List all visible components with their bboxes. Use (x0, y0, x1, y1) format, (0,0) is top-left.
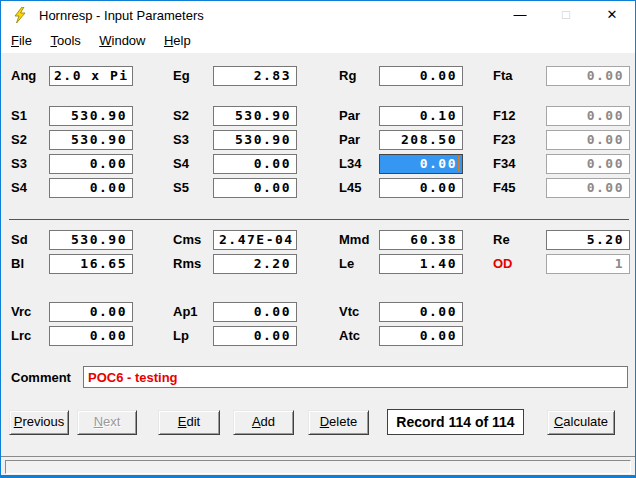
label-par12: Par (339, 106, 360, 126)
text-caret (458, 156, 460, 172)
field-f23: 0.00 (546, 130, 630, 150)
hornresp-window: Hornresp - Input Parameters — □ ✕ File T… (0, 0, 636, 478)
menu-bar: File Tools Window Help (1, 29, 635, 53)
field-s1[interactable]: 530.90 (49, 106, 133, 126)
label-f34: F34 (493, 154, 515, 174)
label-bl: Bl (11, 254, 24, 274)
label-f23: F23 (493, 130, 515, 150)
field-s5[interactable]: 0.00 (213, 178, 297, 198)
label-sd: Sd (11, 230, 28, 250)
comment-field[interactable]: POC6 - testing (83, 366, 628, 388)
lightning-icon (12, 7, 28, 23)
field-fta: 0.00 (546, 66, 630, 86)
label-fta: Fta (493, 66, 513, 86)
menu-file[interactable]: File (4, 29, 39, 53)
status-panel (5, 460, 631, 474)
title-bar: Hornresp - Input Parameters — □ ✕ (1, 1, 635, 29)
label-s2b: S2 (173, 106, 189, 126)
field-l34-value: 0.00 (420, 156, 457, 171)
field-rms[interactable]: 2.20 (213, 254, 297, 274)
label-l34: L34 (339, 154, 361, 174)
field-s4[interactable]: 0.00 (49, 178, 133, 198)
label-od: OD (493, 254, 513, 274)
menu-help[interactable]: Help (157, 29, 198, 53)
label-re: Re (493, 230, 510, 250)
field-s3b[interactable]: 530.90 (213, 130, 297, 150)
record-indicator: Record 114 of 114 (387, 409, 524, 435)
edit-button[interactable]: Edit (158, 410, 220, 435)
field-mmd[interactable]: 60.38 (379, 230, 463, 250)
field-s2b[interactable]: 530.90 (213, 106, 297, 126)
label-ap1: Ap1 (173, 302, 198, 322)
label-le: Le (339, 254, 354, 274)
label-ang: Ang (11, 66, 36, 86)
section-divider (9, 219, 629, 220)
menu-window[interactable]: Window (92, 29, 152, 53)
field-atc[interactable]: 0.00 (379, 326, 463, 346)
label-vrc: Vrc (11, 302, 31, 322)
field-par12[interactable]: 0.10 (379, 106, 463, 126)
field-ap1[interactable]: 0.00 (213, 302, 297, 322)
field-l45[interactable]: 0.00 (379, 178, 463, 198)
add-button[interactable]: Add (233, 410, 294, 435)
label-f12: F12 (493, 106, 515, 126)
maximize-button: □ (543, 1, 589, 29)
field-ang[interactable]: 2.0 x Pi (49, 66, 133, 86)
field-re[interactable]: 5.20 (546, 230, 630, 250)
field-sd[interactable]: 530.90 (49, 230, 133, 250)
field-l34-selected[interactable]: 0.00 (379, 154, 463, 174)
field-s3[interactable]: 0.00 (49, 154, 133, 174)
menu-tools[interactable]: Tools (43, 29, 87, 53)
comment-label: Comment (11, 368, 71, 388)
previous-button[interactable]: Previous (9, 410, 69, 435)
label-vtc: Vtc (339, 302, 359, 322)
label-s4: S4 (11, 178, 27, 198)
label-f45: F45 (493, 178, 515, 198)
field-le[interactable]: 1.40 (379, 254, 463, 274)
label-rms: Rms (173, 254, 201, 274)
field-lrc[interactable]: 0.00 (49, 326, 133, 346)
field-s2[interactable]: 530.90 (49, 130, 133, 150)
field-rg[interactable]: 0.00 (379, 66, 463, 86)
label-mmd: Mmd (339, 230, 369, 250)
field-par23[interactable]: 208.50 (379, 130, 463, 150)
delete-button[interactable]: Delete (308, 410, 369, 435)
field-f34: 0.00 (546, 154, 630, 174)
label-lp: Lp (173, 326, 189, 346)
field-vrc[interactable]: 0.00 (49, 302, 133, 322)
calculate-button[interactable]: Calculate (547, 410, 615, 435)
close-button[interactable]: ✕ (589, 1, 635, 29)
next-button: Next (77, 410, 137, 435)
label-eg: Eg (173, 66, 190, 86)
field-s4b[interactable]: 0.00 (213, 154, 297, 174)
label-atc: Atc (339, 326, 360, 346)
label-s4b: S4 (173, 154, 189, 174)
label-s1: S1 (11, 106, 27, 126)
field-eg[interactable]: 2.83 (213, 66, 297, 86)
label-s2: S2 (11, 130, 27, 150)
field-cms[interactable]: 2.47E-04 (213, 230, 297, 250)
status-bar (1, 456, 635, 476)
window-title: Hornresp - Input Parameters (39, 8, 204, 23)
field-f12: 0.00 (546, 106, 630, 126)
field-vtc[interactable]: 0.00 (379, 302, 463, 322)
label-l45: L45 (339, 178, 361, 198)
field-od: 1 (546, 254, 630, 274)
minimize-button[interactable]: — (497, 1, 543, 29)
label-s5: S5 (173, 178, 189, 198)
label-rg: Rg (339, 66, 356, 86)
field-bl[interactable]: 16.65 (49, 254, 133, 274)
field-f45: 0.00 (546, 178, 630, 198)
window-controls: — □ ✕ (497, 1, 635, 29)
field-lp[interactable]: 0.00 (213, 326, 297, 346)
label-s3: S3 (11, 154, 27, 174)
label-s3b: S3 (173, 130, 189, 150)
label-lrc: Lrc (11, 326, 31, 346)
label-par23: Par (339, 130, 360, 150)
label-cms: Cms (173, 230, 201, 250)
